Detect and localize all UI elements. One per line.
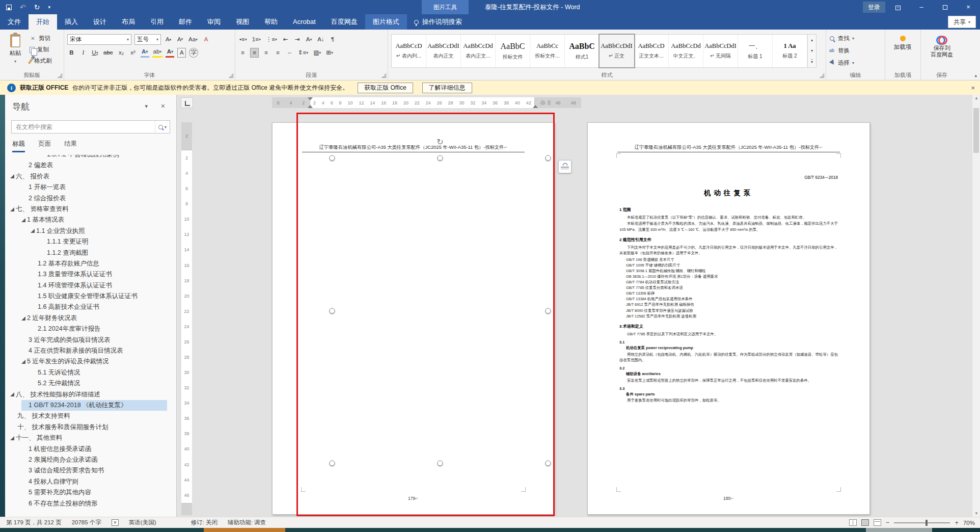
style-item-9[interactable]: AaBbCcDd中文正文、 [669,35,703,67]
copy-button[interactable]: 复制 [30,45,52,55]
proofing-status-icon[interactable]: ✕ [112,519,119,526]
nav-item[interactable]: 七、 资格审查资料 [5,204,176,215]
shading-button[interactable]: ▨▾ [312,48,322,58]
search-split-button[interactable]: ▾ [155,121,170,133]
paste-button[interactable]: 粘贴 ▾ [3,33,28,70]
customize-qat-icon[interactable]: ▾ [48,5,50,10]
redo-icon[interactable]: ↻ [34,3,40,11]
nav-item[interactable]: 1.1.1 变更证明 [5,236,176,247]
style-item-11[interactable]: 一、标题 1 [738,35,773,67]
selection-handle-middle-right[interactable] [546,308,551,314]
expand-triangle-icon[interactable] [10,174,14,178]
font-size-combo[interactable]: 五号▾ [134,34,161,45]
style-item-1[interactable]: AaBbCcD↵ 表内列... [392,35,426,67]
gallery-more-icon[interactable]: ▾ [811,59,813,64]
tab-mailings[interactable]: 邮件 [171,14,200,30]
increase-indent-button[interactable]: ⇥ [293,35,302,44]
justify-button[interactable]: ≡ [274,48,282,58]
nav-item[interactable]: 3 近年完成的类似项目情况表 [5,335,176,345]
selection-handle-bottom-center[interactable] [438,461,443,466]
accessibility-status[interactable]: 辅助功能: 调查 [228,519,266,526]
distribute-button[interactable]: ⇔ [285,48,294,58]
style-item-5[interactable]: AaBbCc投标文件... [530,35,565,67]
save-icon[interactable] [6,5,12,10]
vertical-scrollbar[interactable]: ▲ ▼ [972,95,980,517]
message-bar-close-icon[interactable]: × [971,84,975,92]
line-spacing-button[interactable]: ⇕≡▾ [297,48,309,58]
horizontal-ruler[interactable]: 642 246810121416182022242628303234363840… [272,97,581,108]
nav-item[interactable]: 6 不存在禁止投标的情形 [5,498,176,509]
tab-review[interactable]: 审阅 [200,14,228,30]
sort-button[interactable]: A↓ [316,35,325,44]
subscript-button[interactable]: x₂ [117,48,126,58]
nav-item[interactable]: 2 偏差表 [5,160,176,171]
tell-me-search[interactable]: 操作说明搜索 [407,14,469,30]
nav-item[interactable]: 4 投标人自律守则 [5,476,176,487]
nav-item[interactable]: 九、 技术支持资料 [5,411,176,421]
grow-font-button[interactable]: A▴ [164,35,173,44]
right-indent-marker[interactable] [533,102,538,108]
borders-button[interactable]: ⊞▾ [325,48,334,58]
nav-tab-results[interactable]: 结果 [64,140,77,152]
nav-tab-pages[interactable]: 页面 [38,140,51,152]
document-search-box[interactable]: ▾ [11,120,170,134]
character-border-button[interactable]: A [177,48,186,58]
tab-design[interactable]: 设计 [86,14,114,30]
decrease-indent-button[interactable]: ⇤ [281,35,290,44]
web-layout-view-icon[interactable] [874,519,881,526]
replace-button[interactable]: 替换 [829,46,882,56]
nav-item[interactable]: 3 诚信合规经营要求告知书 [5,465,176,476]
nav-item[interactable]: 4 正在供货和新承接的项目情况表 [5,345,176,356]
nav-item[interactable]: 1.3 质量管理体系认证证书 [5,269,176,280]
nav-item[interactable]: 八、 技术性能指标的详细描述 [5,389,176,400]
font-name-combo[interactable]: 宋体▾ [67,34,131,45]
right-margin-marker[interactable] [548,100,551,105]
text-effects-button[interactable]: A▾ [141,48,149,58]
nav-item[interactable]: 1 机密信息接受承诺函 [5,444,176,455]
align-left-button[interactable]: ≡ [238,48,247,58]
expand-triangle-icon[interactable] [21,360,25,364]
font-color-button[interactable]: A▾ [166,48,174,58]
print-layout-view-icon[interactable] [861,519,869,526]
format-painter-button[interactable]: 格式刷 [30,56,52,66]
nav-item[interactable]: 十一、 其他资料 [5,433,176,443]
expand-triangle-icon[interactable] [21,218,25,222]
show-hide-marks-button[interactable]: ¶ [329,35,337,44]
right-margin-marker[interactable] [541,100,544,105]
shrink-font-button[interactable]: A▾ [176,35,184,44]
nav-item[interactable]: 5 近年发生的诉讼及仲裁情况 [5,356,176,367]
zoom-slider-thumb[interactable] [925,520,928,526]
selection-handle-middle-left[interactable] [330,308,335,314]
align-right-button[interactable]: ≡ [262,48,270,58]
selection-handle-top-right[interactable] [546,155,551,161]
find-button[interactable]: 查找▾ [829,34,882,43]
learn-more-button[interactable]: 了解详细信息 [422,83,472,93]
vertical-ruler[interactable]: 2 24681012141618202224262830323436384042… [181,110,192,515]
ribbon-display-options-icon[interactable]: ^ [886,0,910,14]
selection-handle-bottom-right[interactable] [546,461,551,466]
expand-triangle-icon[interactable] [31,229,35,233]
style-item-6[interactable]: AaBbC样式1 [565,35,600,67]
font-dialog-launcher-icon[interactable] [229,73,233,78]
style-item-8[interactable]: AaBbCcD正文文本... [634,35,669,67]
multilevel-list-button[interactable]: ⋮≡▾ [265,35,278,44]
nav-item[interactable]: 2 近年财务状况表 [5,313,176,324]
minimize-button[interactable]: – [910,0,933,14]
gallery-up-icon[interactable]: ▴ [811,38,813,42]
highlight-color-button[interactable]: ab▾ [152,48,163,58]
selected-picture[interactable] [332,158,548,463]
expand-triangle-icon[interactable] [10,392,14,396]
close-button[interactable]: × [957,0,980,14]
restore-button[interactable] [933,0,957,14]
paragraph-dialog-launcher-icon[interactable] [382,73,386,78]
tab-acrobat[interactable]: Acrobat [285,14,323,30]
strikethrough-button[interactable]: abc [102,48,114,58]
style-item-10[interactable]: AaBbCcDdI↵ 无间隔 [703,35,738,67]
nav-item[interactable]: 1.3.7.2 不合格品应用案例 [5,155,176,160]
nav-item[interactable]: 5.1 无诉讼情况 [5,367,176,378]
selection-handle-top-left[interactable] [330,155,335,161]
selection-handle-bottom-left[interactable] [330,461,335,466]
nav-item[interactable]: 5.2 无仲裁情况 [5,378,176,389]
style-item-7[interactable]: AaBbCcDdI↵ 正文 [600,35,634,67]
expand-triangle-icon[interactable] [10,207,14,211]
